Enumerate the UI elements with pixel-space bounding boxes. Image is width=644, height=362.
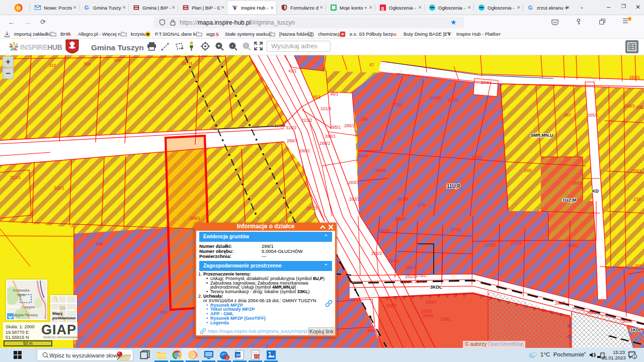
svg-text:265/1: 265/1 — [588, 113, 599, 118]
svg-text:306: 306 — [96, 241, 103, 246]
svg-text:G: G — [528, 5, 533, 11]
svg-text:283/4: 283/4 — [357, 153, 368, 158]
svg-text:W: W — [236, 352, 240, 357]
svg-text:260/3: 260/3 — [622, 319, 633, 324]
svg-text:KD: KD — [592, 189, 599, 194]
svg-text:312/1: 312/1 — [10, 175, 21, 180]
svg-text:Gołygów Pierwszy: Gołygów Pierwszy — [11, 313, 38, 317]
svg-text:283/2: 283/2 — [349, 197, 360, 202]
svg-text:258/1: 258/1 — [629, 75, 640, 80]
svg-text:309: 309 — [84, 61, 91, 66]
svg-text:a: a — [68, 31, 71, 37]
svg-text:285/2: 285/2 — [344, 123, 355, 128]
svg-text:S: S — [216, 31, 219, 37]
svg-text:42/1: 42/1 — [288, 68, 297, 73]
svg-text:11U,P: 11U,P — [447, 184, 461, 189]
svg-text:275/1: 275/1 — [416, 273, 427, 278]
svg-text:266/2: 266/2 — [572, 180, 583, 186]
svg-text:288/5: 288/5 — [367, 328, 378, 333]
svg-text:274/4: 274/4 — [481, 80, 492, 85]
svg-text:300: 300 — [160, 310, 167, 315]
svg-text:258/1: 258/1 — [631, 168, 642, 173]
svg-text:239: 239 — [633, 197, 640, 202]
svg-text:274/1: 274/1 — [392, 102, 403, 107]
svg-text:274/3: 274/3 — [430, 96, 441, 101]
svg-text:1KDL: 1KDL — [630, 327, 641, 332]
svg-text:280/4: 280/4 — [426, 300, 437, 305]
svg-text:286/1: 286/1 — [325, 134, 336, 139]
svg-text:221/2: 221/2 — [301, 118, 312, 123]
svg-text:280/2: 280/2 — [423, 313, 434, 318]
svg-text:258/2: 258/2 — [624, 104, 635, 109]
svg-text:45/1: 45/1 — [312, 95, 321, 100]
svg-text:285/1: 285/1 — [330, 125, 341, 130]
svg-text:262/2: 262/2 — [371, 251, 382, 256]
svg-text:3KDL: 3KDL — [430, 285, 442, 290]
svg-text:283/4: 283/4 — [397, 197, 409, 202]
svg-text:47: 47 — [369, 62, 374, 67]
svg-text:273/3: 273/3 — [511, 241, 522, 246]
svg-text:g: g — [381, 5, 384, 11]
svg-text:282/6: 282/6 — [395, 216, 407, 221]
svg-text:a: a — [394, 31, 396, 37]
svg-text:266/1: 266/1 — [568, 243, 579, 248]
svg-text:Wola: Wola — [17, 293, 25, 297]
svg-text:286/2: 286/2 — [319, 141, 331, 146]
svg-text:264/4: 264/4 — [586, 310, 597, 315]
svg-text:279/1: 279/1 — [440, 317, 451, 322]
svg-text:Gołygów: Gołygów — [21, 305, 35, 309]
svg-text:273/1: 273/1 — [451, 227, 462, 232]
svg-text:PDF: PDF — [255, 355, 261, 358]
svg-text:1: 1 — [226, 355, 228, 360]
svg-text:311/1: 311/1 — [54, 186, 64, 191]
svg-text:288/3: 288/3 — [386, 303, 397, 308]
svg-text:224/3: 224/3 — [415, 279, 426, 284]
svg-text:316/1: 316/1 — [274, 123, 285, 128]
svg-text:281/2: 281/2 — [405, 274, 416, 279]
svg-text:299/1: 299/1 — [190, 216, 201, 221]
svg-text:268: 268 — [524, 168, 531, 173]
svg-text:299/2: 299/2 — [299, 148, 310, 153]
svg-text:260/5: 260/5 — [555, 301, 566, 306]
svg-text:46/1: 46/1 — [330, 92, 339, 97]
svg-text:316/2: 316/2 — [286, 125, 297, 130]
svg-text:267: 267 — [564, 113, 571, 118]
svg-text:310: 310 — [49, 63, 56, 68]
svg-text:299/3: 299/3 — [287, 138, 298, 143]
svg-text:G: G — [85, 5, 89, 11]
svg-text:282/2: 282/2 — [388, 258, 399, 263]
svg-text:282/1: 282/1 — [406, 265, 417, 270]
svg-text:307/4: 307/4 — [182, 61, 193, 66]
svg-text:283/3: 283/3 — [348, 180, 359, 185]
svg-text:221/3: 221/3 — [320, 106, 332, 111]
svg-text:1: 1 — [634, 355, 636, 358]
svg-text:291/3: 291/3 — [306, 206, 317, 211]
svg-text:274/5: 274/5 — [472, 155, 483, 160]
svg-text:282/3: 282/3 — [379, 228, 390, 233]
svg-text:294: 294 — [361, 117, 368, 122]
svg-text:2: 2 — [266, 344, 269, 348]
svg-text:308: 308 — [114, 58, 121, 63]
svg-text:282/5: 282/5 — [375, 168, 386, 173]
svg-text:275: 275 — [418, 203, 425, 208]
svg-text:258/3: 258/3 — [636, 105, 644, 110]
svg-text:273/2: 273/2 — [485, 242, 496, 247]
svg-text:1UZ,M: 1UZ,M — [562, 198, 576, 203]
svg-text:Królewska: Królewska — [13, 289, 29, 292]
svg-text:5MR,MN,U: 5MR,MN,U — [531, 133, 553, 138]
svg-text:224/4: 224/4 — [402, 280, 413, 285]
svg-text:258/5: 258/5 — [635, 263, 644, 268]
svg-text:274/6: 274/6 — [448, 98, 459, 103]
